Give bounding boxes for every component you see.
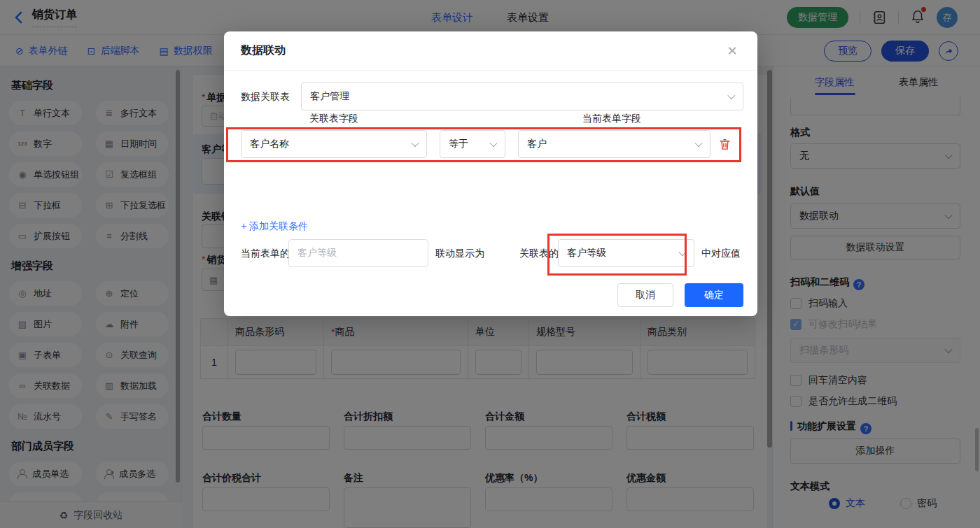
relation-table-label: 数据关联表 xyxy=(241,91,290,104)
current-field-input[interactable]: 客户等级 xyxy=(288,239,428,267)
relation-table-value: 客户管理 xyxy=(310,90,349,103)
annotation-rect-relation-field xyxy=(547,234,687,276)
sentence-current-form: 当前表单的 xyxy=(241,248,290,260)
confirm-button[interactable]: 确定 xyxy=(685,283,743,307)
column-header-current-form-field: 当前表单字段 xyxy=(582,113,641,125)
chevron-down-icon xyxy=(727,92,735,99)
column-header-relation-field: 关联表字段 xyxy=(309,113,358,125)
sentence-corresponding-value: 中对应值 xyxy=(701,248,741,260)
add-condition-link[interactable]: + 添加关联条件 xyxy=(241,220,308,233)
relation-table-select[interactable]: 客户管理 xyxy=(301,83,743,110)
plus-icon: + xyxy=(241,220,246,231)
modal-divider xyxy=(224,70,757,71)
close-icon[interactable]: ✕ xyxy=(722,41,742,61)
sentence-display-as: 联动显示为 xyxy=(435,248,484,260)
cancel-button[interactable]: 取消 xyxy=(617,283,673,307)
app-window: 销货订单 表单设计 表单设置 数据管理 存 ⊘ 表单外链 ⊡ xyxy=(0,0,980,528)
annotation-rect-condition-row xyxy=(226,127,741,162)
modal-title: 数据联动 xyxy=(241,43,286,58)
